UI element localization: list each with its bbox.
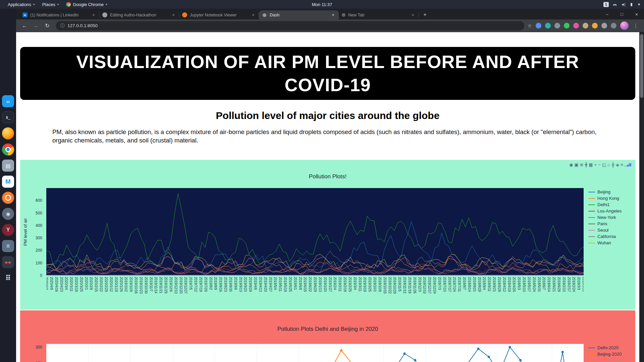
- x-tick-label: 2020/1/26: [119, 277, 123, 292]
- extension-icons: [536, 23, 616, 28]
- tab-close-button[interactable]: ×: [251, 12, 256, 18]
- legend-item[interactable]: Hong Kong: [588, 195, 635, 201]
- tab-close-button[interactable]: ×: [91, 12, 96, 18]
- window-maximize-button[interactable]: [614, 9, 629, 19]
- modebar-hover-compare-icon[interactable]: ≡: [621, 163, 623, 167]
- x-tick-label: 2020/2/1: [85, 277, 88, 290]
- keyboard-layout-indicator-icon[interactable]: 1: [603, 2, 609, 7]
- legend-item[interactable]: Delhi1: [588, 201, 635, 208]
- forward-button[interactable]: [31, 21, 41, 31]
- modebar-reset-axes-icon[interactable]: ⌂: [607, 163, 610, 167]
- extension-icon-5[interactable]: [573, 23, 579, 28]
- scrollbar-thumb[interactable]: [640, 34, 643, 98]
- y-tick: 200: [36, 248, 42, 253]
- chevron-down-icon: ▾: [106, 3, 107, 6]
- system-clock[interactable]: Mon 11:37: [312, 2, 332, 7]
- page-scrollbar[interactable]: [639, 32, 644, 362]
- browser-tab[interactable]: Jupyter Notebook Viewer×: [179, 10, 259, 19]
- browser-tab[interactable]: (1) Notifications | LinkedIn×: [19, 10, 99, 19]
- legend-swatch: [588, 217, 595, 218]
- legend-item[interactable]: Wuhan: [588, 240, 635, 246]
- modebar-autoscale-icon[interactable]: ◱: [602, 163, 606, 167]
- legend-item[interactable]: New-York: [588, 214, 635, 221]
- profile-avatar[interactable]: [620, 21, 629, 30]
- recorder-icon[interactable]: [2, 256, 14, 268]
- legend-item[interactable]: California: [588, 233, 635, 240]
- new-tab-button[interactable]: [421, 10, 429, 19]
- wine-icon[interactable]: [2, 224, 14, 236]
- app-grid-icon[interactable]: [2, 272, 14, 284]
- legend-item[interactable]: Seoul: [588, 227, 635, 233]
- menu-places[interactable]: Places ▾: [39, 0, 63, 9]
- url-text: 127.0.0.1:8050: [67, 23, 98, 28]
- x-tick-label: 2019/2/4: [333, 277, 336, 290]
- extension-icon-4[interactable]: [564, 23, 570, 28]
- plot-area[interactable]: [46, 188, 584, 276]
- extension-icon-1[interactable]: [536, 23, 541, 28]
- legend-item[interactable]: Paris: [588, 221, 635, 227]
- tab-close-button[interactable]: ×: [410, 12, 416, 18]
- session-menu-icon[interactable]: ▾: [638, 2, 640, 7]
- window-minimize-button[interactable]: [600, 9, 614, 19]
- x-tick-label: 2018/7/3: [438, 277, 441, 290]
- extension-icon-3[interactable]: [554, 23, 560, 28]
- terminal-icon[interactable]: [2, 111, 14, 123]
- modebar-camera-icon[interactable]: ◉: [569, 163, 573, 167]
- notes-icon[interactable]: [2, 240, 14, 252]
- x-tick-label: 2018/10/8: [378, 277, 381, 292]
- tabs: (1) Notifications | LinkedIn×Editing Aut…: [19, 9, 419, 19]
- vscode-icon[interactable]: [2, 95, 14, 107]
- modebar-zoom-icon[interactable]: ⊕: [580, 163, 584, 167]
- file-manager-icon[interactable]: [2, 160, 14, 172]
- extension-icon-2[interactable]: [545, 23, 551, 28]
- x-tick-label: 2020/1/19: [114, 277, 118, 292]
- modebar-zoom-in-icon[interactable]: +: [594, 163, 597, 167]
- modebar-zoom-out-icon[interactable]: −: [598, 163, 601, 167]
- chart-body: PM level of air 0100200300400500600 2020…: [20, 188, 635, 304]
- browser-tab[interactable]: New Tab×: [339, 10, 419, 19]
- url-bar[interactable]: 127.0.0.1:8050: [56, 21, 524, 31]
- legend-item[interactable]: Beijing: [588, 189, 635, 195]
- volume-icon[interactable]: [621, 2, 625, 6]
- x-tick-label: 2019/5/25: [288, 277, 292, 292]
- modebar-plotly-logo-icon[interactable]: ▁▄▇: [625, 163, 631, 167]
- browser-tab[interactable]: Dash×: [259, 10, 339, 19]
- x-tick-label: 2018/12/10: [423, 277, 426, 294]
- bookmark-star-icon[interactable]: [528, 23, 532, 29]
- browser-tab[interactable]: Editing Autho-Hackathon×: [99, 10, 179, 19]
- tab-close-button[interactable]: ×: [330, 12, 336, 18]
- legend-item[interactable]: Delhi-2020: [588, 345, 635, 351]
- modebar-hover-closest-icon[interactable]: ◈: [616, 163, 619, 167]
- menu-applications[interactable]: Applications ▾: [4, 0, 39, 9]
- x-tick-label: 2018/5/17: [527, 277, 531, 292]
- eye-app-icon[interactable]: [2, 208, 14, 220]
- extension-icon-6[interactable]: [583, 23, 588, 28]
- back-button[interactable]: [19, 21, 30, 31]
- legend-item[interactable]: Los-Angeles: [588, 208, 635, 214]
- x-tick-label: 2018/10/22: [388, 277, 391, 294]
- menu-kebab-icon[interactable]: [632, 23, 639, 29]
- modebar-toggle-spikelines-icon[interactable]: ╫: [611, 163, 614, 167]
- extension-icon-8[interactable]: [601, 23, 607, 28]
- x-tick-label: 2020/2/15: [94, 277, 98, 292]
- wifi-icon[interactable]: [614, 3, 615, 6]
- modebar-box-select-icon[interactable]: ▦: [589, 163, 593, 167]
- window-close-button[interactable]: [629, 9, 644, 19]
- modebar-pan-icon[interactable]: ╋: [585, 163, 587, 167]
- modebar-save-icon[interactable]: ▣: [574, 163, 578, 167]
- x-tick-label: 2018/11/5: [398, 277, 401, 292]
- reload-button[interactable]: [42, 21, 52, 31]
- chrome-icon[interactable]: [2, 143, 14, 156]
- marktext-icon[interactable]: [2, 176, 14, 188]
- x-tick-label: 2020/4/9: [50, 277, 53, 290]
- plot-area[interactable]: [46, 344, 584, 362]
- site-info-icon[interactable]: [60, 23, 65, 29]
- menu-google-chrome[interactable]: Google Chrome ▾: [62, 0, 111, 9]
- extension-icon-9[interactable]: [611, 23, 616, 28]
- firefox-icon[interactable]: [2, 127, 14, 139]
- battery-icon[interactable]: ▮: [630, 2, 633, 7]
- app-orange-icon[interactable]: [2, 192, 14, 204]
- extension-icon-7[interactable]: [592, 23, 598, 28]
- tab-close-button[interactable]: ×: [171, 12, 176, 18]
- legend-item[interactable]: Beijing-2020: [588, 351, 635, 357]
